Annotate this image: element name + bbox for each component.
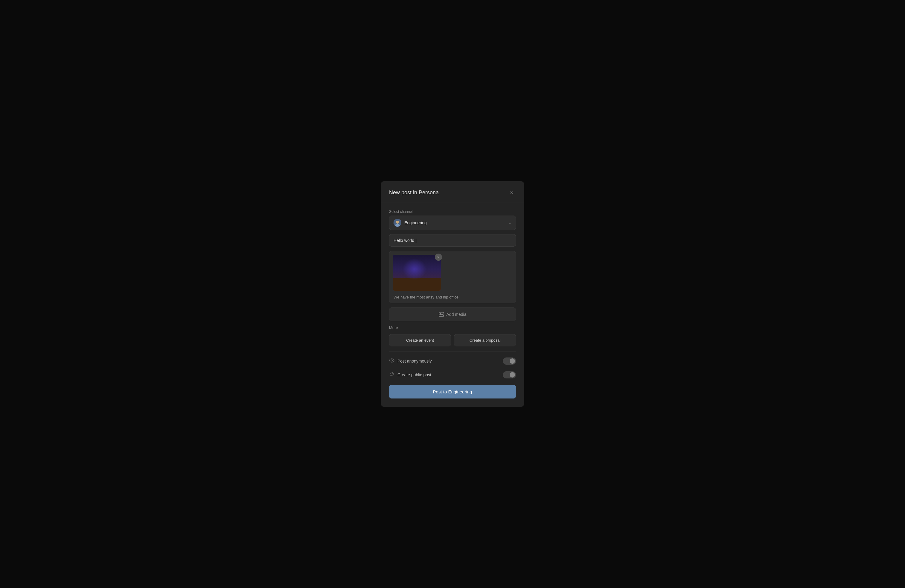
- channel-label: Select channel: [389, 210, 516, 214]
- anonymous-toggle[interactable]: [503, 358, 516, 365]
- new-post-modal: New post in Persona × Select channel: [381, 181, 524, 407]
- image-icon: [439, 312, 444, 317]
- submit-post-button[interactable]: Post to Engineering: [389, 385, 516, 399]
- channel-select-dropdown[interactable]: Engineering ⌄: [389, 216, 516, 230]
- public-toggle[interactable]: [503, 371, 516, 378]
- scene-background: [393, 255, 441, 291]
- modal-body: Select channel Engineering ⌄: [381, 202, 524, 407]
- eye-icon: [389, 358, 394, 364]
- media-caption: We have the most artsy and hip office!: [389, 292, 516, 303]
- add-media-button[interactable]: Add media: [389, 307, 516, 321]
- channel-select-left: Engineering: [394, 219, 427, 227]
- svg-point-1: [396, 221, 399, 224]
- public-label: Create public post: [397, 372, 431, 377]
- channel-name: Engineering: [404, 220, 427, 225]
- media-card: × We have the most artsy and hip office!: [389, 251, 516, 303]
- modal-title: New post in Persona: [389, 189, 439, 196]
- action-buttons: Create an event Create a proposal: [389, 334, 516, 346]
- modal-header: New post in Persona ×: [381, 181, 524, 202]
- post-text-input[interactable]: [389, 234, 516, 247]
- chevron-down-icon: ⌄: [508, 221, 511, 225]
- more-section-label: More: [389, 326, 516, 330]
- public-toggle-row: Create public post: [389, 370, 516, 380]
- scene-glow: [403, 258, 427, 280]
- anonymous-label: Post anonymously: [397, 359, 432, 364]
- media-image-wrapper: ×: [389, 251, 445, 291]
- remove-media-button[interactable]: ×: [435, 254, 442, 261]
- anonymous-toggle-row: Post anonymously: [389, 356, 516, 366]
- divider-1: [389, 351, 516, 351]
- public-toggle-left: Create public post: [389, 372, 431, 378]
- channel-selector-section: Select channel Engineering ⌄: [389, 210, 516, 230]
- add-media-label: Add media: [446, 312, 467, 317]
- close-button[interactable]: ×: [508, 188, 516, 197]
- create-event-button[interactable]: Create an event: [389, 334, 451, 346]
- modal-overlay: New post in Persona × Select channel: [0, 0, 905, 588]
- media-image: [393, 255, 441, 291]
- link-icon: [389, 372, 394, 378]
- create-proposal-button[interactable]: Create a proposal: [454, 334, 516, 346]
- anonymous-toggle-left: Post anonymously: [389, 358, 432, 364]
- svg-point-5: [391, 360, 393, 361]
- channel-avatar: [394, 219, 401, 227]
